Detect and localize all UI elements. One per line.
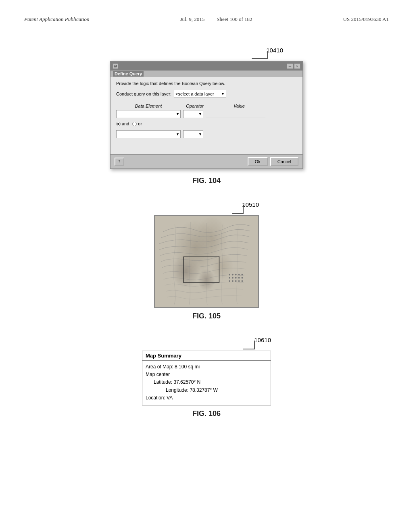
operator-arrow-1: ▼ <box>198 112 203 116</box>
close-button[interactable]: × <box>294 63 300 69</box>
latitude-row: Latitude: 37.62570° N <box>146 378 267 386</box>
svg-point-7 <box>232 277 234 278</box>
header-patent-number: US 2015/0193630 A1 <box>343 16 389 23</box>
value-input-2[interactable] <box>206 130 265 138</box>
fig106-caption: FIG. 106 <box>192 409 221 418</box>
dialog-titlebar: ⊞ ─ × <box>111 62 302 71</box>
svg-point-9 <box>238 277 240 278</box>
svg-point-3 <box>235 274 237 275</box>
radio-and-dot <box>117 123 119 125</box>
header-date: Jul. 9, 2015 <box>180 16 204 23</box>
svg-point-15 <box>241 280 243 282</box>
svg-point-5 <box>241 274 243 275</box>
fig104-caption: FIG. 104 <box>192 177 221 185</box>
fig105-annotation-area: 10510 <box>154 201 259 215</box>
map-thumbnail <box>154 215 259 308</box>
radio-or-circle <box>132 122 137 126</box>
longitude-row: Longitude: 78.32787° W <box>146 387 267 394</box>
dialog-app-icon: ⊞ <box>113 63 118 69</box>
location-label: Location: <box>146 395 165 401</box>
longitude-value: 78.32787° W <box>190 387 218 393</box>
fig106-annotation-line-v <box>254 341 255 349</box>
svg-point-12 <box>232 280 234 282</box>
conduct-query-row: Conduct query on this layer: <select a d… <box>116 90 297 98</box>
col-value: Value <box>209 104 269 108</box>
summary-table-body: Area of Map: 8,100 sq mi Map center Lati… <box>142 361 271 405</box>
dialog-instruction: Provide the logic that defines the Boole… <box>116 81 297 86</box>
dialog-menu-bar: Define Query <box>111 71 302 77</box>
titlebar-buttons: ─ × <box>287 63 300 69</box>
fig105-annotation-line-h <box>232 213 244 214</box>
header-publication-label: Patent Application Publication <box>24 16 90 23</box>
operator-arrow-2: ▼ <box>198 132 203 136</box>
dialog-footer: ? Ok Cancel <box>111 154 302 168</box>
svg-point-14 <box>238 280 240 282</box>
col-data-element: Data Element <box>116 104 181 108</box>
patent-header: Patent Application Publication Jul. 9, 2… <box>24 16 389 23</box>
dialog-box: ⊞ ─ × Define Query Provide the logic tha… <box>110 61 303 169</box>
radio-or-label: or <box>138 121 142 126</box>
layer-select[interactable]: <select a data layer ▼ <box>174 90 226 98</box>
svg-point-11 <box>229 280 230 282</box>
latitude-value: 37.62570° N <box>173 379 200 385</box>
page: Patent Application Publication Jul. 9, 2… <box>0 0 413 532</box>
svg-point-8 <box>235 277 237 278</box>
fig105-caption: FIG. 105 <box>192 312 221 320</box>
radio-or[interactable]: or <box>132 121 142 126</box>
area-of-map-row: Area of Map: 8,100 sq mi <box>146 363 267 371</box>
data-element-arrow-1: ▼ <box>176 112 180 116</box>
data-element-select-2[interactable]: ▼ <box>116 130 181 138</box>
radio-and-circle <box>116 122 121 126</box>
help-button[interactable]: ? <box>115 158 124 166</box>
menu-define-query[interactable]: Define Query <box>113 71 144 77</box>
figure-106-container: 10610 Map Summary Area of Map: 8,100 sq … <box>24 337 389 418</box>
svg-point-13 <box>235 280 237 282</box>
fig106-annotation-label: 10610 <box>254 337 271 343</box>
cancel-button[interactable]: Cancel <box>270 157 298 166</box>
operator-select-1[interactable]: ▼ <box>183 110 203 118</box>
header-sheet: Sheet 100 of 182 <box>217 16 252 23</box>
query-table-headers: Data Element Operator Value <box>116 104 297 108</box>
operator-select-2[interactable]: ▼ <box>183 130 203 138</box>
fig106-annotation-area: 10610 <box>142 337 271 351</box>
radio-and[interactable]: and <box>116 121 129 126</box>
latitude-label: Latitude: <box>154 379 172 385</box>
query-row-2: ▼ ▼ <box>116 130 297 138</box>
conduct-query-label: Conduct query on this layer: <box>116 91 171 96</box>
query-row-1: ▼ ▼ <box>116 110 297 118</box>
layer-select-text: <select a data layer <box>175 91 214 96</box>
svg-point-10 <box>241 277 243 278</box>
ok-button[interactable]: Ok <box>248 157 268 166</box>
map-lines-svg <box>155 216 258 307</box>
area-label: Area of Map: <box>146 364 173 370</box>
spacer <box>116 141 297 149</box>
fig105-annotation-line-v <box>243 205 244 214</box>
layer-select-arrow: ▼ <box>221 92 225 96</box>
figure-105-container: 10510 <box>24 201 389 320</box>
summary-table-header: Map Summary <box>142 351 271 361</box>
value-input-1[interactable] <box>206 110 265 118</box>
fig104-annotation-line-h <box>252 58 268 59</box>
fig104-annotation-area: 10410 <box>110 47 303 61</box>
location-row: Location: VA <box>146 394 267 402</box>
data-element-arrow-2: ▼ <box>176 132 180 136</box>
figure-104-container: 10410 ⊞ ─ × Define Query <box>24 47 389 185</box>
radio-and-label: and <box>122 121 129 126</box>
data-element-select-1[interactable]: ▼ <box>116 110 181 118</box>
fig106-annotation-line-h <box>243 349 255 349</box>
define-query-dialog: ⊞ ─ × Define Query Provide the logic tha… <box>110 61 303 169</box>
location-value: VA <box>167 395 173 401</box>
svg-point-6 <box>229 277 230 278</box>
map-summary-table: Map Summary Area of Map: 8,100 sq mi Map… <box>142 351 271 405</box>
svg-point-1 <box>229 274 230 275</box>
fig105-annotation-label: 10510 <box>242 201 259 208</box>
minimize-button[interactable]: ─ <box>287 63 293 69</box>
dialog-content: Provide the logic that defines the Boole… <box>111 77 302 154</box>
longitude-label: Longitude: <box>166 387 188 393</box>
col-operator: Operator <box>181 104 209 108</box>
svg-point-2 <box>232 274 234 275</box>
radio-row: and or <box>116 121 297 126</box>
area-value: 8,100 sq mi <box>175 364 200 370</box>
footer-action-buttons: Ok Cancel <box>248 157 298 166</box>
fig104-annotation-line-v <box>267 51 268 59</box>
